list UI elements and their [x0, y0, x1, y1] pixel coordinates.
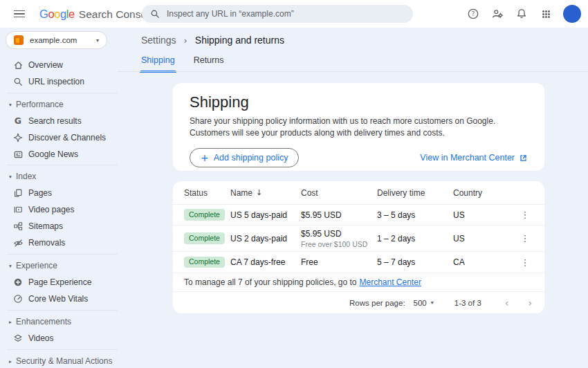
caret-right-icon: ▸ — [9, 358, 16, 365]
sidebar-divider — [7, 349, 118, 350]
sidebar-item-overview[interactable]: Overview — [0, 57, 118, 73]
svg-text:?: ? — [472, 10, 475, 17]
user-settings-icon[interactable] — [488, 5, 506, 23]
status-badge: Complete — [184, 209, 225, 221]
shipping-policies-table-card: Status Name ↓ Cost Delivery time Country… — [173, 181, 544, 313]
sidebar-divider — [7, 93, 118, 93]
apps-grid-icon[interactable] — [537, 5, 555, 23]
sidebar-section-experience[interactable]: ▾ Experience — [0, 257, 118, 274]
breadcrumb: Settings › Shipping and returns — [141, 35, 284, 46]
policy-delivery: 1 – 2 days — [377, 234, 453, 243]
app-logo[interactable]: Google Search Console — [39, 8, 155, 21]
policy-name: US 5 days-paid — [230, 210, 301, 220]
pages-icon — [12, 187, 24, 199]
sidebar-group-performance: ▾ Performance G Search results Discover … — [0, 96, 118, 163]
magnifier-icon — [12, 76, 24, 87]
chevron-right-icon: › — [184, 35, 187, 46]
sidebar-item-video-pages[interactable]: Video pages — [0, 201, 118, 218]
sidebar-item-url-inspection[interactable]: URL inspection — [0, 73, 118, 90]
sidebar-section-index[interactable]: ▾ Index — [0, 168, 118, 185]
kebab-menu-icon[interactable]: ⋮ — [517, 234, 533, 243]
sidebar-item-removals[interactable]: Removals — [0, 234, 118, 251]
url-inspect-search-bar[interactable] — [142, 5, 413, 23]
policy-name: US 2 days-paid — [230, 234, 301, 243]
main-content: Settings › Shipping and returns Shipping… — [118, 28, 588, 368]
sidebar-group-enhancements: ▸ Enhancements Videos — [0, 313, 118, 347]
policy-cost: $5.95 USD Free over $100 USD — [301, 229, 377, 248]
external-link-icon — [519, 154, 528, 163]
sidebar-item-videos[interactable]: Videos — [0, 330, 118, 347]
rows-per-page-label: Rows per page: — [349, 299, 405, 307]
sidebar-group-experience: ▾ Experience Page Experience Core Web Vi… — [0, 257, 118, 307]
table-row: Complete US 2 days-paid $5.95 USD Free o… — [173, 225, 544, 251]
chevron-left-icon[interactable]: ‹ — [505, 297, 509, 309]
policy-delivery: 3 – 5 days — [377, 210, 453, 220]
sidebar-group-security: ▸ Security & Manual Actions — [0, 353, 118, 368]
property-name: example.com — [30, 36, 77, 44]
pagination-range: 1-3 of 3 — [454, 299, 481, 307]
sidebar-item-google-news[interactable]: Google News — [0, 146, 118, 163]
chevron-right-icon[interactable]: › — [528, 297, 532, 309]
merchant-center-link[interactable]: Merchant Center — [360, 277, 421, 287]
sidebar-item-pages[interactable]: Pages — [0, 185, 118, 201]
sidebar-section-enhancements[interactable]: ▸ Enhancements — [0, 313, 118, 330]
sidebar-item-core-web-vitals[interactable]: Core Web Vitals — [0, 291, 118, 307]
sidebar-divider — [7, 310, 118, 311]
breadcrumb-current: Shipping and returns — [195, 35, 284, 46]
chevron-down-icon: ▾ — [431, 300, 434, 306]
table-header-row: Status Name ↓ Cost Delivery time Country — [173, 181, 544, 204]
table-row: Complete US 5 days-paid $5.95 USD 3 – 5 … — [173, 204, 544, 225]
column-header-country: Country — [453, 188, 517, 198]
eye-off-icon — [12, 237, 24, 248]
policy-name: CA 7 days-free — [230, 257, 301, 267]
google-g-icon: G — [12, 116, 24, 127]
gauge-icon — [12, 293, 24, 304]
caret-down-icon: ▾ — [9, 174, 16, 180]
status-badge: Complete — [184, 257, 225, 268]
rows-per-page-select[interactable]: 500 ▾ — [414, 299, 434, 307]
breadcrumb-settings[interactable]: Settings — [141, 35, 176, 46]
status-badge: Complete — [184, 232, 225, 244]
pagination-bar: Rows per page: 500 ▾ 1-3 of 3 ‹ › — [173, 291, 544, 313]
add-shipping-policy-button[interactable]: + Add shipping policy — [190, 148, 299, 167]
table-row: Complete CA 7 days-free Free 5 – 7 days … — [173, 251, 544, 273]
plus-icon: + — [201, 152, 209, 163]
sidebar-item-discover[interactable]: Discover & Channels — [0, 129, 118, 146]
sidebar-item-search-results[interactable]: G Search results — [0, 113, 118, 129]
sidebar-group-main: Overview URL inspection — [0, 57, 118, 90]
sort-descending-icon: ↓ — [256, 188, 262, 197]
property-selector[interactable]: example.com ▾ — [6, 31, 107, 49]
search-icon — [150, 9, 160, 19]
kebab-menu-icon[interactable]: ⋮ — [517, 210, 533, 219]
avatar[interactable] — [563, 5, 581, 23]
sidebar-divider — [7, 165, 118, 165]
tab-bar: Shipping Returns — [141, 55, 223, 73]
tab-bar-divider — [118, 71, 588, 72]
column-header-delivery-time: Delivery time — [377, 188, 453, 198]
caret-down-icon: ▾ — [9, 263, 16, 269]
column-header-name[interactable]: Name ↓ — [230, 188, 301, 198]
view-in-merchant-center-link[interactable]: View in Merchant Center — [420, 153, 528, 163]
sidebar-section-performance[interactable]: ▾ Performance — [0, 96, 118, 113]
policy-country: US — [453, 234, 517, 243]
news-icon — [12, 149, 24, 160]
page-title: Shipping — [190, 94, 528, 111]
table-footer-note: To manage all 7 of your shipping policie… — [173, 273, 544, 291]
tab-returns[interactable]: Returns — [194, 55, 224, 73]
topbar-actions: ? — [464, 0, 581, 28]
hamburger-menu-icon[interactable] — [14, 8, 25, 19]
notifications-bell-icon[interactable] — [513, 5, 531, 23]
sitemap-tree-icon — [12, 221, 24, 232]
sidebar-group-index: ▾ Index Pages Video pages — [0, 168, 118, 251]
help-icon[interactable]: ? — [464, 5, 482, 23]
sidebar-item-sitemaps[interactable]: Sitemaps — [0, 218, 118, 234]
sidebar-item-page-experience[interactable]: Page Experience — [0, 274, 118, 291]
kebab-menu-icon[interactable]: ⋮ — [517, 258, 533, 267]
search-input[interactable] — [167, 9, 405, 19]
tab-shipping[interactable]: Shipping — [141, 55, 175, 73]
sidebar-section-security-manual-actions[interactable]: ▸ Security & Manual Actions — [0, 353, 118, 368]
chevron-down-icon: ▾ — [96, 37, 99, 44]
cost-note: Free over $100 USD — [301, 240, 377, 248]
sidebar: example.com ▾ Overview URL inspection ▾ — [0, 28, 118, 368]
sidebar-divider — [7, 254, 118, 255]
